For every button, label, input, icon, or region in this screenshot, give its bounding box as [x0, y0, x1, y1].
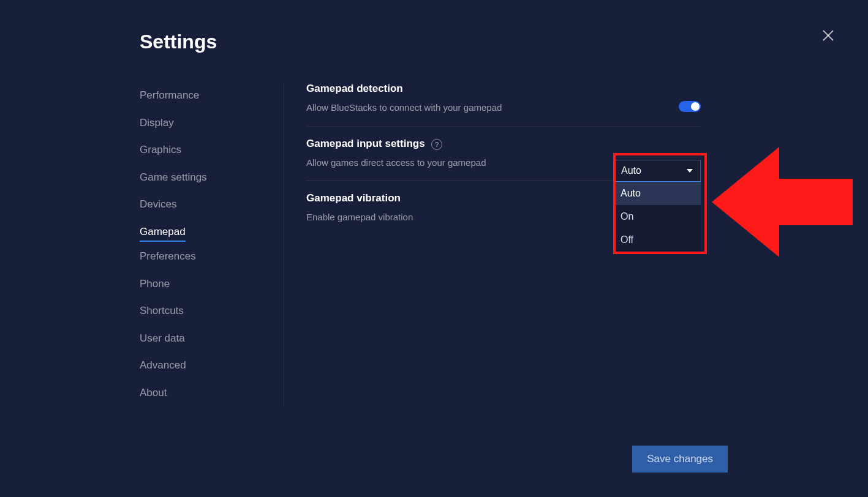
sidebar-item-game-settings[interactable]: Game settings [140, 165, 259, 190]
input-dropdown[interactable]: Auto [613, 160, 701, 182]
help-icon[interactable]: ? [431, 139, 442, 150]
save-button[interactable]: Save changes [632, 446, 728, 473]
sidebar-item-graphics[interactable]: Graphics [140, 137, 259, 163]
detection-toggle[interactable] [679, 101, 701, 112]
main-content: Gamepad detection Allow BlueStacks to co… [284, 83, 701, 407]
section-gamepad-input: Gamepad input settings ? Allow games dir… [306, 138, 701, 182]
svg-marker-0 [712, 147, 853, 257]
annotation-arrow-icon [712, 147, 853, 257]
vibration-title: Gamepad vibration [306, 192, 401, 204]
sidebar-item-about[interactable]: About [140, 380, 259, 406]
section-gamepad-vibration: Gamepad vibration Enable gamepad vibrati… [306, 192, 701, 236]
detection-desc: Allow BlueStacks to connect with your ga… [306, 101, 701, 115]
sidebar-item-performance[interactable]: Performance [140, 83, 259, 108]
chevron-down-icon [687, 169, 693, 173]
page-title: Settings [140, 31, 868, 53]
section-gamepad-detection: Gamepad detection Allow BlueStacks to co… [306, 83, 701, 127]
close-button[interactable] [822, 29, 834, 44]
sidebar-item-phone[interactable]: Phone [140, 271, 259, 297]
sidebar-item-gamepad[interactable]: Gamepad [140, 219, 186, 242]
sidebar-item-shortcuts[interactable]: Shortcuts [140, 298, 259, 324]
sidebar-item-user-data[interactable]: User data [140, 326, 259, 351]
sidebar: Performance Display Graphics Game settin… [140, 83, 284, 407]
sidebar-item-display[interactable]: Display [140, 110, 259, 136]
vibration-desc: Enable gamepad vibration [306, 211, 701, 225]
dropdown-selected: Auto [621, 165, 641, 176]
sidebar-item-advanced[interactable]: Advanced [140, 353, 259, 378]
close-icon [822, 29, 834, 42]
input-title: Gamepad input settings [306, 138, 425, 150]
sidebar-item-devices[interactable]: Devices [140, 192, 259, 217]
detection-title: Gamepad detection [306, 83, 403, 95]
sidebar-item-preferences[interactable]: Preferences [140, 244, 259, 269]
